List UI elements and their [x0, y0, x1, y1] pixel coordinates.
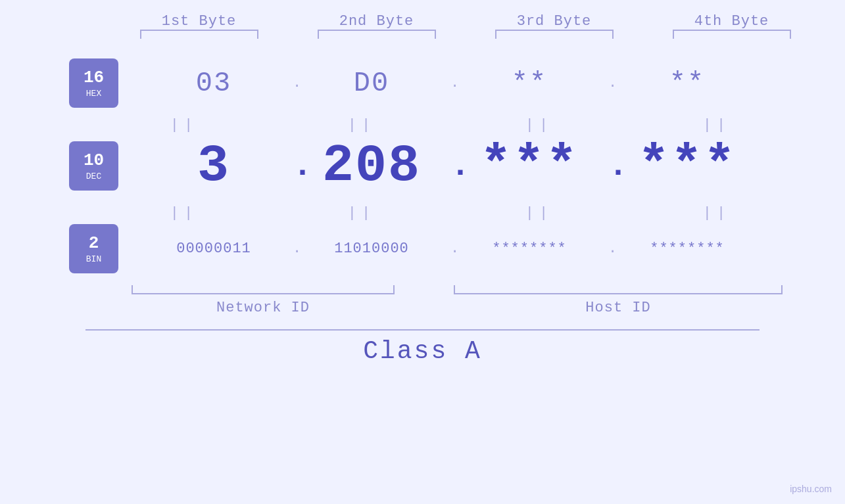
hex-badge-number: 16 — [84, 68, 104, 88]
class-row — [0, 329, 845, 331]
top-brackets-row — [0, 30, 845, 39]
host-id-section: Host ID — [441, 285, 796, 316]
byte-label-3: 3rd Byte — [466, 13, 643, 30]
dec-val-3: *** — [441, 136, 618, 196]
dec-val-4: *** — [598, 136, 776, 196]
bin-badge: 2 BIN — [69, 224, 118, 273]
bracket-3 — [466, 30, 643, 39]
bottom-brackets-row: Network ID Host ID — [0, 285, 845, 316]
bin-values: 00000011 . 11010000 . ******** . *******… — [125, 241, 776, 257]
byte-label-1: 1st Byte — [110, 13, 288, 30]
host-id-bracket — [454, 285, 783, 294]
bin-val-2: 11010000 — [283, 241, 460, 257]
eq-1-4: || — [628, 117, 806, 133]
byte-label-4: 4th Byte — [643, 13, 821, 30]
eq-1-2: || — [273, 117, 450, 133]
dec-badge-label: DEC — [86, 172, 101, 181]
bracket-4 — [643, 30, 821, 39]
hex-val-1: 03 — [125, 68, 302, 99]
hex-badge-label: HEX — [86, 89, 101, 99]
hex-badge: 16 HEX — [69, 58, 118, 108]
class-label-row: Class A — [0, 337, 845, 365]
eq-2-1: || — [95, 205, 273, 221]
byte-label-2: 2nd Byte — [288, 13, 466, 30]
hex-row: 16 HEX 03 . D0 . ** . ** — [69, 58, 776, 108]
dec-val-1: 3 — [125, 136, 302, 196]
watermark: ipshu.com — [790, 484, 832, 494]
hex-val-4: ** — [598, 68, 776, 99]
class-line — [85, 329, 760, 331]
eq-row-1: || || || || — [39, 117, 806, 133]
main-container: 1st Byte 2nd Byte 3rd Byte 4th Byte 16 H… — [0, 0, 845, 504]
bin-val-3: ******** — [441, 241, 618, 257]
eq-2-2: || — [273, 205, 450, 221]
eq-2-3: || — [450, 205, 628, 221]
bracket-line-4 — [673, 30, 791, 39]
hex-val-2: D0 — [283, 68, 460, 99]
eq-1-1: || — [95, 117, 273, 133]
hex-val-3: ** — [441, 68, 618, 99]
bracket-line-1 — [140, 30, 258, 39]
dec-val-2: 208 — [283, 136, 460, 196]
dec-badge-number: 10 — [84, 150, 104, 171]
bin-badge-number: 2 — [89, 233, 99, 254]
class-label: Class A — [363, 337, 482, 365]
network-id-label: Network ID — [216, 300, 310, 316]
eq-1-3: || — [450, 117, 628, 133]
bin-row: 2 BIN 00000011 . 11010000 . ******** . *… — [69, 224, 776, 273]
bracket-line-3 — [495, 30, 614, 39]
bracket-2 — [288, 30, 466, 39]
bracket-1 — [110, 30, 288, 39]
eq-row-2: || || || || — [39, 205, 806, 221]
bin-badge-label: BIN — [86, 254, 101, 264]
bracket-line-2 — [318, 30, 436, 39]
dec-badge: 10 DEC — [69, 141, 118, 191]
network-id-bracket — [132, 285, 395, 294]
hex-values: 03 . D0 . ** . ** — [125, 68, 776, 99]
host-id-label: Host ID — [585, 300, 650, 316]
bin-val-1: 00000011 — [125, 241, 302, 257]
bin-val-4: ******** — [598, 241, 776, 257]
eq-2-4: || — [628, 205, 806, 221]
byte-labels-row: 1st Byte 2nd Byte 3rd Byte 4th Byte — [0, 13, 845, 30]
dec-values: 3 . 208 . *** . *** — [125, 136, 776, 196]
network-id-section: Network ID — [85, 285, 441, 316]
dec-row: 10 DEC 3 . 208 . *** . *** — [69, 136, 776, 196]
